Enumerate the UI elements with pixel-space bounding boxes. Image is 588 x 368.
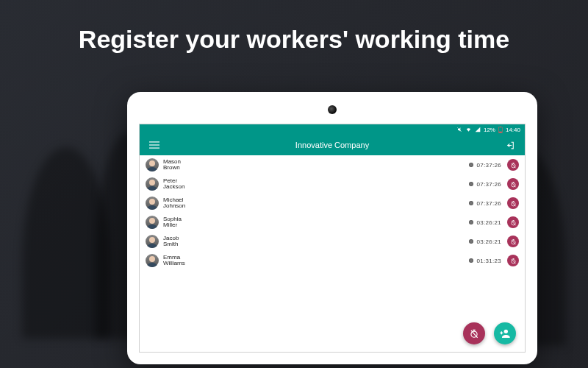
status-clock: 14:40 (506, 127, 520, 133)
stopwatch-off-icon (510, 181, 517, 188)
worker-last: Miller (163, 222, 182, 228)
logout-button[interactable] (503, 138, 517, 152)
status-dot (469, 182, 473, 186)
stopwatch-off-icon (510, 258, 517, 264)
worker-row[interactable]: MasonBrown07:37:26 (140, 155, 525, 174)
worker-row[interactable]: MichaelJohnson07:37:26 (140, 194, 525, 213)
svg-rect-5 (149, 144, 159, 145)
stop-worker-button[interactable] (507, 255, 519, 266)
battery-icon (498, 127, 503, 133)
stop-worker-button[interactable] (507, 178, 519, 190)
svg-point-35 (504, 330, 508, 333)
stopwatch-off-icon (510, 200, 517, 207)
promo-stage: Register your workers' working time 12% … (0, 0, 588, 368)
worker-last: Johnson (163, 203, 185, 209)
worker-name: EmmaWilliams (163, 255, 185, 267)
stopwatch-off-icon (510, 162, 517, 169)
status-dot (469, 239, 473, 244)
app-screen: 12% 14:40 Innovative Company MasonBrown0… (139, 124, 526, 353)
exit-icon (506, 141, 515, 150)
elapsed-time: 03:26:21 (476, 219, 501, 226)
elapsed-time: 07:37:26 (476, 200, 501, 207)
avatar (146, 235, 159, 248)
avatar (146, 254, 159, 267)
elapsed-time: 01:31:23 (476, 258, 501, 264)
stop-all-fab[interactable] (463, 322, 485, 344)
signal-icon (475, 127, 481, 132)
tablet-camera (328, 105, 337, 114)
svg-rect-2 (500, 127, 501, 127)
worker-last: Brown (163, 165, 181, 171)
stop-worker-button[interactable] (507, 197, 519, 209)
worker-row[interactable]: PeterJackson07:37:26 (140, 174, 525, 194)
stopwatch-off-icon (510, 219, 517, 226)
svg-rect-3 (499, 131, 502, 132)
elapsed-time: 07:37:26 (476, 181, 501, 188)
app-title: Innovative Company (140, 141, 525, 149)
status-dot (469, 201, 473, 205)
svg-rect-4 (149, 141, 159, 142)
worker-name: JacobSmith (163, 236, 179, 248)
stop-worker-button[interactable] (507, 236, 519, 247)
worker-last: Smith (163, 241, 179, 247)
mute-icon (456, 127, 462, 132)
avatar (146, 158, 159, 171)
avatar (146, 177, 159, 191)
stop-worker-button[interactable] (507, 216, 519, 228)
elapsed-time: 07:37:26 (476, 162, 501, 169)
wifi-icon (465, 127, 472, 132)
avatar (146, 216, 159, 229)
battery-percent: 12% (484, 127, 495, 133)
worker-name: PeterJackson (163, 178, 184, 191)
worker-last: Jackson (163, 184, 184, 190)
stop-worker-button[interactable] (507, 159, 519, 171)
worker-row[interactable]: EmmaWilliams01:31:23 (140, 251, 525, 270)
add-worker-fab[interactable] (494, 322, 516, 344)
tablet-frame: 12% 14:40 Innovative Company MasonBrown0… (127, 92, 537, 364)
svg-rect-37 (501, 331, 502, 334)
status-dot (469, 220, 473, 224)
worker-row[interactable]: JacobSmith03:26:21 (140, 232, 525, 251)
app-bar: Innovative Company (140, 135, 525, 155)
marketing-headline: Register your workers' working time (0, 25, 588, 54)
fab-area (463, 322, 516, 344)
person-add-icon (499, 328, 511, 339)
worker-name: MichaelJohnson (163, 197, 185, 210)
svg-rect-6 (149, 148, 159, 149)
worker-last: Williams (163, 261, 185, 266)
status-dot (469, 258, 473, 263)
worker-name: SophiaMiller (163, 216, 182, 229)
worker-name: MasonBrown (163, 159, 181, 171)
status-bar: 12% 14:40 (140, 124, 525, 135)
status-dot (469, 163, 473, 167)
menu-button[interactable] (147, 138, 162, 152)
elapsed-time: 03:26:21 (476, 238, 501, 245)
avatar (146, 197, 159, 210)
hamburger-icon (149, 140, 159, 150)
worker-row[interactable]: SophiaMiller03:26:21 (140, 213, 525, 232)
stopwatch-off-icon (469, 328, 479, 339)
stopwatch-off-icon (510, 238, 517, 245)
